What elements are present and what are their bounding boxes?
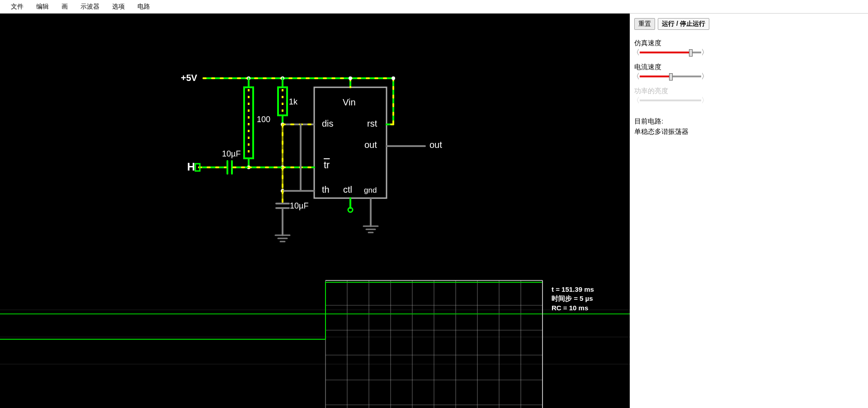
menu-file[interactable]: 文件 xyxy=(5,1,30,13)
chip-vin: Vin xyxy=(343,97,356,108)
current-circuit-name: 单稳态多谐振荡器 xyxy=(634,127,863,137)
reset-button[interactable]: 重置 xyxy=(634,18,655,30)
chip-tr: tr xyxy=(324,159,330,171)
chip-th: th xyxy=(322,185,330,195)
sim-speed-label: 仿真速度 xyxy=(634,39,863,47)
menu-scope[interactable]: 示波器 xyxy=(74,1,106,13)
label-out: out xyxy=(429,140,442,150)
label-r100: 100 xyxy=(257,115,270,124)
label-c2: 10µF xyxy=(290,201,308,211)
menu-circuit[interactable]: 电路 xyxy=(131,1,156,13)
scope-status: t = 151.39 ms 时间步 = 5 µs RC = 10 ms xyxy=(552,285,594,313)
scope-time: t = 151.39 ms xyxy=(552,285,594,294)
run-controls: 重置 运行 / 停止运行 xyxy=(634,18,863,30)
menu-edit[interactable]: 编辑 xyxy=(30,1,55,13)
label-5v: +5V xyxy=(181,73,197,83)
chip-out: out xyxy=(364,140,377,150)
label-r1k: 1k xyxy=(289,97,297,107)
scope-timestep: 时间步 = 5 µs xyxy=(552,294,594,303)
scope-rc: RC = 10 ms xyxy=(552,304,594,313)
menu-bar: 文件 编辑 画 示波器 选项 电路 xyxy=(0,0,868,14)
current-speed-slider[interactable] xyxy=(634,72,707,81)
power-brightness-label: 功率的亮度 xyxy=(634,87,863,95)
circuit-canvas[interactable]: +5V 100 1k 10µF 10µF H out Vin dis rst o… xyxy=(0,14,630,408)
current-circuit-label: 目前电路: xyxy=(634,116,863,127)
chip-gnd: gnd xyxy=(364,186,377,195)
power-brightness-slider xyxy=(634,96,707,104)
sim-speed-slider[interactable] xyxy=(634,48,707,57)
svg-point-11 xyxy=(349,76,352,80)
run-stop-button[interactable]: 运行 / 停止运行 xyxy=(658,18,709,30)
svg-point-58 xyxy=(348,208,353,212)
svg-point-12 xyxy=(392,76,395,80)
svg-rect-40 xyxy=(195,164,200,171)
circuit-svg xyxy=(0,14,630,408)
chip-dis: dis xyxy=(322,119,334,129)
label-h: H xyxy=(187,161,195,173)
label-c1: 10µF xyxy=(222,149,241,159)
current-circuit-block: 目前电路: 单稳态多谐振荡器 xyxy=(634,116,863,137)
side-panel: 重置 运行 / 停止运行 仿真速度 电流速度 功率的亮度 目前电路: 单稳态多谐… xyxy=(630,14,868,408)
menu-options[interactable]: 选项 xyxy=(106,1,131,13)
chip-ctl: ctl xyxy=(343,185,352,195)
current-speed-label: 电流速度 xyxy=(634,63,863,71)
chip-rst: rst xyxy=(367,119,377,129)
menu-draw[interactable]: 画 xyxy=(55,1,74,13)
